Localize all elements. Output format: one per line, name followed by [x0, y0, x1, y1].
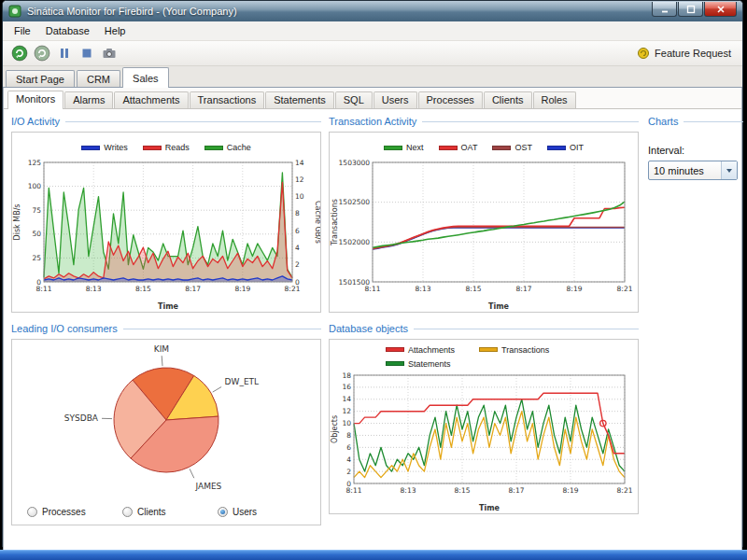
tab-alarms[interactable]: Alarms [64, 91, 113, 108]
radio-users[interactable]: Users [218, 507, 313, 517]
svg-text:8:21: 8:21 [617, 285, 633, 293]
svg-text:8:17: 8:17 [516, 285, 532, 293]
titlebar: Sinática Monitor for Firebird - (Your Co… [3, 1, 742, 21]
svg-text:8:13: 8:13 [86, 285, 102, 293]
radio-processes[interactable]: Processes [27, 507, 122, 517]
tab-sales[interactable]: Sales [122, 67, 169, 88]
svg-text:8:11: 8:11 [365, 285, 381, 293]
legend-swatch [386, 347, 404, 352]
menu-help[interactable]: Help [97, 23, 134, 38]
tab-processes[interactable]: Processes [418, 91, 483, 108]
title-rule [65, 121, 321, 122]
menu-file[interactable]: File [7, 23, 38, 38]
interval-label: Interval: [648, 145, 743, 156]
legend-oit: OIT [547, 143, 584, 152]
radio-clients[interactable]: Clients [122, 507, 218, 517]
toolbar: Feature Request [3, 41, 742, 66]
svg-text:50: 50 [32, 230, 41, 238]
radio-icon [122, 507, 133, 517]
legend-writes: Writes [81, 143, 127, 152]
svg-text:8:15: 8:15 [455, 486, 471, 495]
svg-text:125: 125 [28, 159, 42, 167]
svg-text:Time: Time [488, 302, 510, 311]
legend-cache: Cache [204, 143, 251, 152]
legend-swatch [204, 146, 223, 150]
io-activity-title: I/O Activity [11, 116, 60, 127]
minimize-icon [659, 4, 670, 15]
document-tabs: Start PageCRMSales [3, 66, 742, 88]
panel-transaction-activity: Transaction Activity NextOATOSTOIT 15015… [329, 115, 639, 313]
legend-ost: OST [492, 143, 532, 152]
svg-text:4: 4 [346, 455, 351, 464]
interval-select[interactable]: 10 minutes [648, 161, 738, 180]
transaction-activity-plot: 15015001502000150250015030008:118:138:15… [330, 157, 638, 312]
svg-text:4: 4 [295, 244, 300, 252]
title-rule [422, 121, 639, 122]
radio-label: Processes [42, 507, 86, 517]
pause-button[interactable] [55, 44, 74, 63]
svg-text:8:15: 8:15 [466, 285, 482, 293]
tab-attachments[interactable]: Attachments [114, 91, 188, 108]
consumers-chart: KIMDW_ETLJAMESSYSDBA ProcessesClientsUse… [11, 339, 321, 525]
tab-transactions[interactable]: Transactions [190, 91, 265, 108]
svg-text:8:17: 8:17 [509, 486, 525, 495]
app-icon [8, 5, 21, 18]
legend-attachments: Attachments [386, 345, 479, 355]
tab-crm[interactable]: CRM [77, 70, 120, 87]
svg-text:10: 10 [342, 419, 351, 427]
legend-transactions: Transactions [479, 345, 572, 355]
svg-text:8: 8 [346, 431, 351, 440]
radio-icon [218, 507, 228, 517]
tab-users[interactable]: Users [374, 91, 417, 108]
chevron-down-icon[interactable] [721, 161, 737, 179]
start-button[interactable] [33, 44, 51, 63]
close-icon [715, 4, 726, 15]
tab-statements[interactable]: Statements [265, 91, 334, 108]
tab-start-page[interactable]: Start Page [6, 70, 75, 87]
charts-title: Charts [648, 116, 678, 127]
dashboard: I/O Activity WritesReadsCache 0255075100… [4, 109, 741, 552]
menu-database[interactable]: Database [38, 23, 97, 38]
legend-next: Next [384, 143, 424, 152]
database-objects-legend: AttachmentsTransactionsStatements [386, 340, 582, 371]
transaction-legend: NextOATOSTOIT [330, 133, 638, 157]
svg-text:8:11: 8:11 [346, 486, 362, 495]
tab-clients[interactable]: Clients [484, 91, 532, 108]
legend-swatch [386, 361, 404, 366]
minimize-button[interactable] [652, 2, 677, 17]
feature-request-label: Feature Request [655, 48, 731, 59]
svg-text:8:19: 8:19 [563, 486, 579, 495]
svg-text:12: 12 [295, 175, 304, 184]
legend-label: Next [406, 143, 424, 152]
svg-text:8:21: 8:21 [285, 285, 301, 293]
tab-sql[interactable]: SQL [335, 91, 373, 108]
svg-text:2: 2 [295, 260, 300, 269]
svg-text:25: 25 [32, 254, 41, 262]
svg-text:8:13: 8:13 [416, 285, 431, 293]
svg-text:DW_ETL: DW_ETL [225, 377, 260, 386]
refresh-button[interactable] [10, 44, 29, 63]
io-activity-chart: WritesReadsCache 02550751001250246810121… [11, 132, 321, 313]
stop-button[interactable] [78, 44, 96, 63]
app-window: Sinática Monitor for Firebird - (Your Co… [2, 0, 743, 547]
title-rule [123, 329, 321, 329]
tab-roles[interactable]: Roles [533, 91, 576, 108]
tab-monitors[interactable]: Monitors [7, 91, 63, 109]
close-button[interactable] [704, 2, 737, 17]
feature-request-icon [637, 47, 650, 60]
legend-swatch [439, 146, 458, 150]
database-objects-title: Database objects [329, 323, 408, 334]
snapshot-button[interactable] [100, 44, 119, 63]
svg-text:8:19: 8:19 [567, 285, 583, 293]
pause-icon [56, 45, 73, 62]
svg-text:10: 10 [295, 192, 304, 201]
maximize-button[interactable] [678, 2, 703, 17]
legend-swatch [81, 146, 100, 150]
svg-text:1502000: 1502000 [339, 238, 371, 246]
svg-text:JAMES: JAMES [195, 482, 222, 491]
svg-text:8: 8 [295, 209, 300, 217]
svg-text:75: 75 [32, 206, 41, 215]
radio-icon [27, 507, 37, 517]
feature-request-button[interactable]: Feature Request [637, 47, 735, 60]
panel-title: Leading I/O consumers [11, 322, 321, 335]
